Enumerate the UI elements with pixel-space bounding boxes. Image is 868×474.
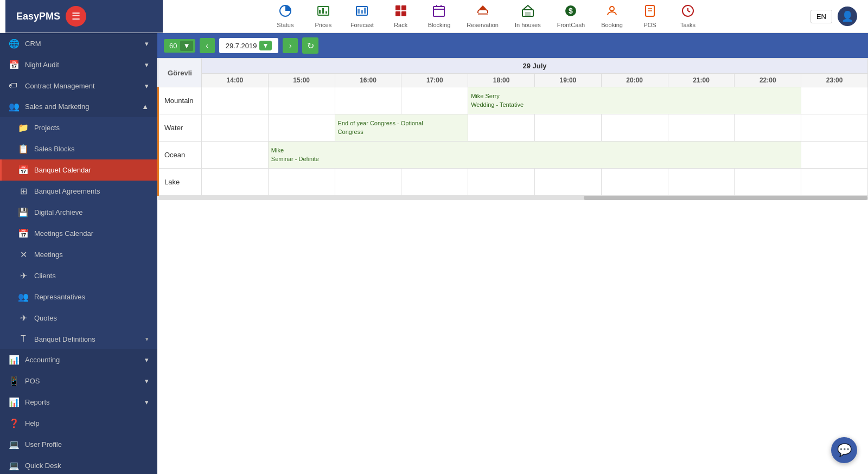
time-header-14:00: 14:00 <box>202 74 269 87</box>
sidebar-item-projects[interactable]: 📁 Projects <box>0 117 157 138</box>
calendar-cell[interactable] <box>401 169 468 196</box>
calendar-cell[interactable] <box>268 169 335 196</box>
calendar-cell[interactable] <box>668 114 735 142</box>
hamburger-button[interactable]: ☰ <box>66 6 86 27</box>
sidebar-item-contract-management[interactable]: 🏷 Contract Management ▾ <box>0 75 157 96</box>
table-row: WaterEnd of year Congress - OptionalCong… <box>158 114 868 142</box>
crm-icon: 🌐 <box>9 39 20 49</box>
calendar-cell[interactable] <box>534 169 601 196</box>
sidebar-item-banquet-calendar[interactable]: 📅 Banquet Calendar <box>0 159 157 181</box>
calendar-cell[interactable] <box>801 142 868 169</box>
calendar-cell[interactable] <box>601 114 668 142</box>
sidebar-item-meetings-calendar[interactable]: 📅 Meetings Calendar <box>0 223 157 244</box>
nav-item-pos[interactable]: POS <box>634 2 666 30</box>
sidebar-item-banquet-definitions[interactable]: T Banquet Definitions ▾ <box>0 329 157 349</box>
calendar-cell[interactable] <box>801 114 868 142</box>
svg-rect-9 <box>395 5 400 10</box>
sidebar-sub-sales-and-marketing: 📁 Projects 📋 Sales Blocks 📅 Banquet Cale… <box>0 117 157 349</box>
sidebar-item-accounting[interactable]: 📊 Accounting ▾ <box>0 349 157 370</box>
calendar-cell[interactable] <box>335 87 401 114</box>
pos-icon <box>643 4 656 21</box>
svg-rect-13 <box>433 7 444 16</box>
scrollbar-thumb[interactable] <box>584 196 867 200</box>
svg-rect-3 <box>322 8 324 14</box>
sidebar-item-quick-desk[interactable]: 💻 Quick Desk <box>0 455 157 474</box>
status-icon <box>279 4 292 21</box>
nav-label-rack: Rack <box>394 22 407 28</box>
sidebar-item-quotes[interactable]: ✈ Quotes <box>0 308 157 329</box>
svg-rect-8 <box>364 8 366 14</box>
prev-date-button[interactable]: ‹ <box>200 38 215 53</box>
nav-item-inhouses[interactable]: In houses <box>509 2 546 30</box>
user-avatar[interactable]: 👤 <box>838 7 857 26</box>
sidebar-item-meetings[interactable]: ✕ Meetings <box>0 244 157 265</box>
sidebar-item-digital-archive[interactable]: 💾 Digital Archieve <box>0 202 157 223</box>
refresh-button[interactable]: ↻ <box>302 37 318 54</box>
nav-item-rack[interactable]: Rack <box>385 2 417 30</box>
svg-rect-7 <box>361 10 363 14</box>
nav-item-reservation[interactable]: Reservation <box>461 2 504 30</box>
calendar-cell[interactable] <box>268 87 335 114</box>
sidebar-item-sales-and-marketing[interactable]: 👥 Sales and Marketing ▲ <box>0 96 157 117</box>
event-text1: End of year Congress - Optional <box>338 119 465 127</box>
chat-button[interactable]: 💬 <box>831 437 857 463</box>
zoom-dropdown-btn[interactable]: ▼ <box>180 41 193 51</box>
svg-rect-11 <box>395 11 400 16</box>
calendar-cell[interactable] <box>735 169 801 196</box>
sidebar-item-user-profile[interactable]: 💻 User Profile <box>0 434 157 455</box>
sidebar-item-crm[interactable]: 🌐 CRM ▾ <box>0 33 157 54</box>
event-block[interactable]: End of year Congress - OptionalCongress <box>335 114 468 141</box>
event-block[interactable]: Mike SerryWedding - Tentative <box>468 87 801 114</box>
calendar-cell[interactable] <box>735 114 801 142</box>
sidebar-label-banquet-definitions: Banquet Definitions <box>34 335 145 343</box>
calendar-cell[interactable] <box>801 87 868 114</box>
calendar-cell[interactable] <box>202 169 269 196</box>
calendar-cell[interactable] <box>335 169 401 196</box>
language-button[interactable]: EN <box>810 10 832 23</box>
calendar-cell[interactable]: MikeSeminar - Definite <box>268 142 801 169</box>
calendar-cell[interactable] <box>601 169 668 196</box>
reports-icon: 📊 <box>9 397 20 407</box>
sidebar-label-help: Help <box>25 419 149 427</box>
banquet-definitions-icon: T <box>18 334 29 344</box>
calendar-cell[interactable]: Mike SerryWedding - Tentative <box>468 87 801 114</box>
date-dropdown-btn[interactable]: ▼ <box>259 41 272 50</box>
sidebar-item-banquet-agreements[interactable]: ⊞ Banquet Agreements <box>0 181 157 202</box>
banquet-agreements-icon: ⊞ <box>18 186 29 196</box>
sidebar-item-clients[interactable]: ✈ Clients <box>0 265 157 286</box>
calendar-container: Görevli29 July14:0015:0016:0017:0018:001… <box>157 58 868 474</box>
sidebar-item-help[interactable]: ❓ Help <box>0 413 157 434</box>
nav-item-forecast[interactable]: Forecast <box>345 2 379 30</box>
nav-item-prices[interactable]: Prices <box>307 2 340 30</box>
nav-item-booking[interactable]: Booking <box>596 2 628 30</box>
event-block[interactable]: MikeSeminar - Definite <box>269 142 801 168</box>
calendar-cell[interactable] <box>468 169 535 196</box>
sidebar-item-sales-blocks[interactable]: 📋 Sales Blocks <box>0 138 157 159</box>
time-header-20:00: 20:00 <box>601 74 668 87</box>
nav-item-status[interactable]: Status <box>269 2 302 30</box>
scrollbar-track[interactable] <box>158 196 868 200</box>
calendar-cell[interactable] <box>401 87 468 114</box>
calendar-cell[interactable] <box>668 169 735 196</box>
sidebar-item-representatives[interactable]: 👥 Represantatives <box>0 286 157 308</box>
calendar-cell[interactable] <box>202 87 269 114</box>
nav-item-blocking[interactable]: Blocking <box>423 2 456 30</box>
calendar-cell[interactable]: End of year Congress - OptionalCongress <box>335 114 468 142</box>
calendar-cell[interactable] <box>801 169 868 196</box>
sidebar-item-reports[interactable]: 📊 Reports ▾ <box>0 392 157 413</box>
sidebar-item-night-audit[interactable]: 📅 Night Audit ▾ <box>0 54 157 75</box>
calendar-cell[interactable] <box>202 142 269 169</box>
sidebar-label-representatives: Represantatives <box>34 293 149 301</box>
nav-item-frontcash[interactable]: $FrontCash <box>552 2 590 30</box>
calendar-cell[interactable] <box>202 114 269 142</box>
sidebar-item-pos[interactable]: 📱 POS ▾ <box>0 370 157 392</box>
calendar-cell[interactable] <box>468 114 535 142</box>
scrollbar-row <box>158 196 868 201</box>
next-date-button[interactable]: › <box>283 38 298 53</box>
nav-item-tasks[interactable]: Tasks <box>672 2 704 30</box>
svg-rect-2 <box>319 10 321 14</box>
calendar-cell[interactable] <box>268 114 335 142</box>
sidebar-label-accounting: Accounting <box>25 356 145 364</box>
calendar-cell[interactable] <box>534 114 601 142</box>
contract-management-icon: 🏷 <box>9 81 20 91</box>
